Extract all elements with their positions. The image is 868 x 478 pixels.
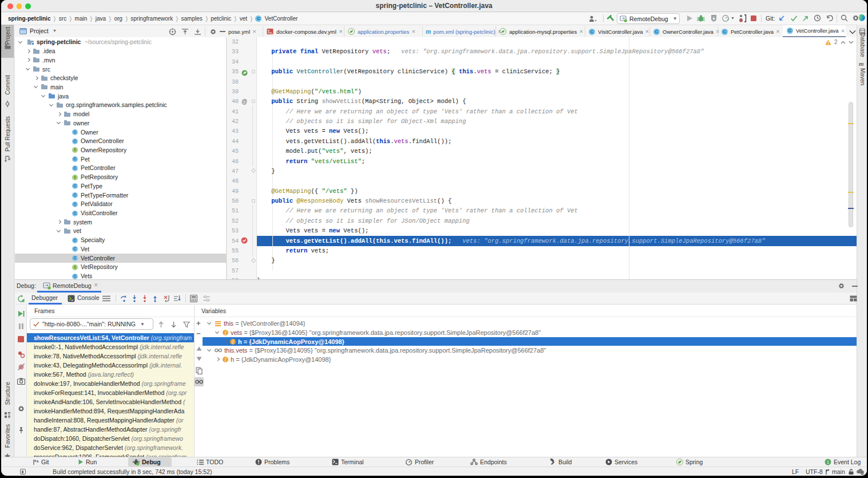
svg-text:1: 1	[827, 460, 829, 465]
svg-text:YML: YML	[268, 31, 273, 34]
